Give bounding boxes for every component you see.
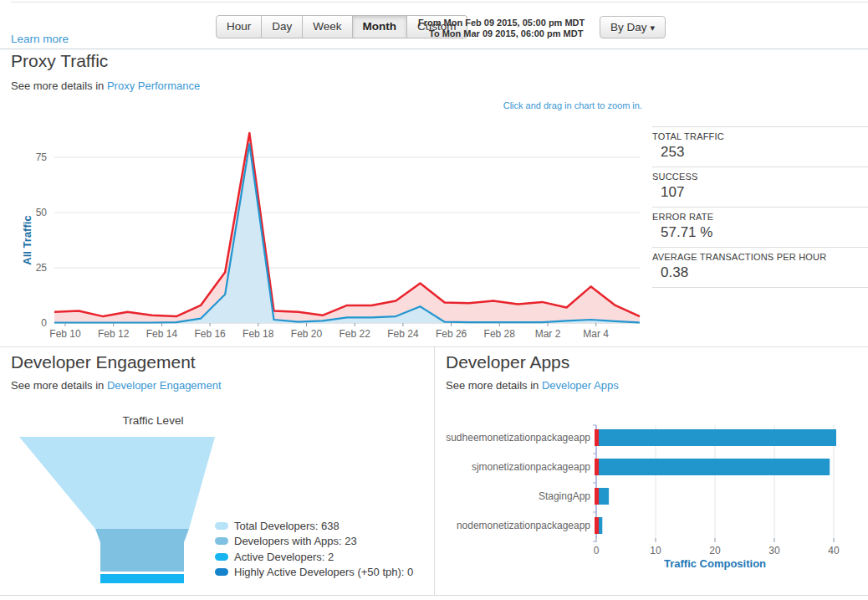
svg-text:sudheemonetizationpackageapp: sudheemonetizationpackageapp	[446, 432, 590, 444]
svg-text:Feb 20: Feb 20	[291, 328, 323, 340]
legend-label: Developers with Apps: 23	[234, 535, 357, 547]
funnel-title: Traffic Level	[69, 414, 237, 427]
stat-label: SUCCESS	[652, 172, 868, 182]
stat-value: 57.71 %	[661, 224, 868, 241]
topbar-divider	[0, 49, 868, 49]
stat-label: TOTAL TRAFFIC	[652, 131, 868, 141]
developer-apps-chart: 010203040sudheemonetizationpackageappsjm…	[443, 420, 868, 578]
date-range-display: From Mon Feb 09 2015, 05:00 pm MDT To Mo…	[418, 18, 585, 39]
svg-text:Feb 22: Feb 22	[340, 328, 371, 340]
stat-value: 0.38	[661, 264, 868, 281]
subtitle-prefix: See more details in	[446, 379, 542, 392]
developer-engagement-subtitle: See more details in Developer Engagement	[11, 379, 222, 392]
range-button-week[interactable]: Week	[303, 15, 352, 38]
chevron-down-icon: ▾	[651, 23, 656, 33]
stat-label: ERROR RATE	[652, 212, 868, 222]
group-by-label: By Day	[610, 21, 647, 33]
stat-value: 107	[661, 184, 868, 201]
date-range-to: To Mon Mar 09 2015, 06:00 pm MDT	[418, 28, 585, 39]
svg-text:Feb 28: Feb 28	[484, 328, 516, 340]
proxy-performance-link[interactable]: Proxy Performance	[107, 79, 200, 92]
svg-text:10: 10	[650, 545, 661, 556]
svg-text:Feb 12: Feb 12	[98, 328, 130, 340]
svg-text:Feb 26: Feb 26	[436, 328, 467, 340]
range-button-day[interactable]: Day	[262, 15, 303, 38]
top-border	[11, 2, 868, 3]
legend-swatch	[215, 553, 228, 561]
developer-apps-link[interactable]: Developer Apps	[542, 379, 619, 392]
group-by-dropdown[interactable]: By Day▾	[600, 16, 666, 38]
stat-item: SUCCESS 107	[652, 167, 868, 207]
svg-text:40: 40	[828, 545, 840, 556]
legend-swatch	[215, 522, 228, 530]
developer-engagement-title: Developer Engagement	[11, 352, 196, 372]
svg-text:Feb 10: Feb 10	[49, 328, 81, 340]
proxy-traffic-chart[interactable]: 0255075Feb 10Feb 12Feb 14Feb 16Feb 18Feb…	[0, 117, 652, 345]
svg-text:Mar 4: Mar 4	[583, 328, 609, 340]
legend-label: Total Developers: 638	[234, 520, 340, 532]
svg-text:Feb 14: Feb 14	[146, 328, 178, 340]
legend-swatch	[215, 537, 228, 545]
stat-item: AVERAGE TRANSACTIONS PER HOUR 0.38	[652, 247, 868, 287]
svg-text:Feb 16: Feb 16	[194, 328, 226, 340]
subtitle-prefix: See more details in	[11, 379, 107, 392]
bottom-border	[0, 595, 868, 596]
svg-text:All Traffic: All Traffic	[21, 215, 33, 264]
subtitle-prefix: See more details in	[11, 79, 107, 92]
svg-text:StagingApp: StagingApp	[539, 490, 590, 502]
developer-engagement-link[interactable]: Developer Engagement	[107, 379, 222, 392]
developer-engagement-funnel	[11, 429, 228, 592]
svg-text:50: 50	[36, 207, 48, 218]
svg-text:20: 20	[709, 545, 721, 556]
traffic-stats-panel: TOTAL TRAFFIC 253 SUCCESS 107 ERROR RATE…	[652, 126, 868, 288]
chart-zoom-hint: Click and drag in chart to zoom in.	[503, 100, 642, 110]
svg-text:25: 25	[36, 262, 48, 274]
svg-text:nodemonetizationpackageapp: nodemonetizationpackageapp	[457, 520, 590, 531]
svg-text:30: 30	[768, 545, 780, 556]
svg-text:0: 0	[594, 545, 600, 556]
developer-apps-title: Developer Apps	[446, 352, 569, 372]
developer-apps-subtitle: See more details in Developer Apps	[446, 379, 619, 392]
range-button-month[interactable]: Month	[353, 15, 407, 38]
svg-text:0: 0	[41, 317, 47, 329]
legend-item: Highly Active Developers (+50 tph): 0	[215, 565, 413, 581]
svg-text:Feb 24: Feb 24	[387, 328, 419, 340]
legend-item: Developers with Apps: 23	[215, 534, 413, 550]
legend-item: Total Developers: 638	[215, 518, 413, 534]
date-range-from: From Mon Feb 09 2015, 05:00 pm MDT	[418, 18, 585, 28]
svg-text:Traffic Composition: Traffic Composition	[664, 557, 766, 570]
proxy-traffic-subtitle: See more details in Proxy Performance	[11, 79, 200, 92]
section-divider-vertical	[434, 347, 435, 595]
legend-swatch	[215, 568, 228, 576]
learn-more-link[interactable]: Learn more	[11, 33, 69, 45]
stat-item: TOTAL TRAFFIC 253	[652, 126, 868, 167]
stat-label: AVERAGE TRANSACTIONS PER HOUR	[652, 252, 868, 262]
legend-item: Active Developers: 2	[215, 549, 413, 565]
proxy-traffic-title: Proxy Traffic	[11, 51, 108, 71]
svg-text:Feb 18: Feb 18	[243, 328, 274, 340]
funnel-legend: Total Developers: 638 Developers with Ap…	[215, 518, 413, 580]
legend-label: Active Developers: 2	[234, 551, 334, 563]
stat-value: 253	[661, 144, 868, 161]
svg-text:Mar 2: Mar 2	[535, 328, 561, 340]
svg-text:sjmonetizationpackageapp: sjmonetizationpackageapp	[472, 461, 590, 473]
svg-text:75: 75	[36, 151, 48, 163]
stat-item: ERROR RATE 57.71 %	[652, 207, 868, 247]
legend-label: Highly Active Developers (+50 tph): 0	[234, 566, 413, 578]
range-button-hour[interactable]: Hour	[216, 15, 262, 38]
